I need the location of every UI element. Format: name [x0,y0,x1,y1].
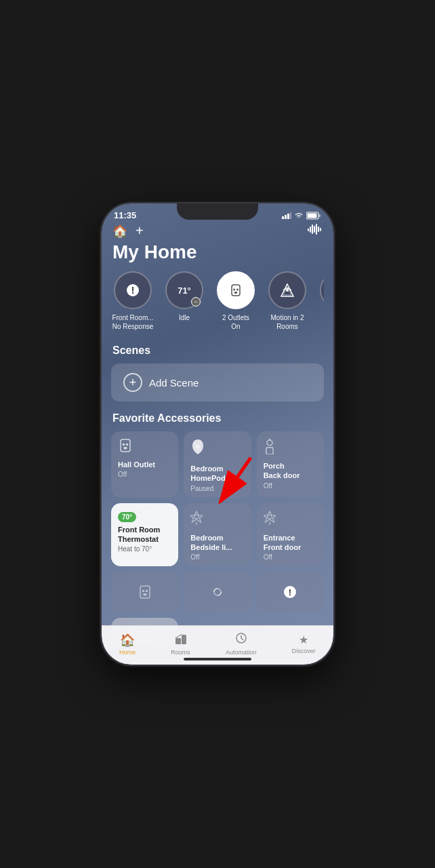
svg-rect-39 [143,593,146,596]
svg-rect-19 [234,292,237,294]
tile-hall-outlet[interactable]: Hall Outlet Off [111,431,178,498]
home-indicator [184,658,251,660]
tiles-grid: Hall Outlet Off Bedroom HomePod Paused [111,431,324,566]
tile-porch-backdoor[interactable]: PorchBack door Off [257,431,324,498]
svg-point-25 [123,443,125,446]
tile-partial-2[interactable] [184,572,251,612]
bedside-icon [190,510,244,530]
nav-discover-icon: ★ [299,633,308,646]
homepod-status: Paused [190,485,244,492]
svg-rect-16 [232,285,240,296]
svg-point-17 [233,289,235,291]
nav-rooms-label: Rooms [171,649,190,656]
porch-backdoor-name: PorchBack door [264,461,317,481]
svg-rect-27 [124,447,127,450]
nav-rooms-icon [175,633,187,648]
page-title: My Home [111,241,324,263]
svg-point-32 [194,515,199,519]
accessory-bubble-outlets[interactable]: 2 OutletsOn [214,271,257,331]
add-scene-label: Add Scene [149,377,199,389]
svg-rect-36 [140,586,150,598]
accessory-bubble-temp[interactable]: 71° − Idle [163,271,206,331]
hall-outlet-icon [118,438,171,457]
accessory-bubble-frontroom[interactable]: ! Front Room...No Response [111,271,154,331]
accessories-scroll: ! Front Room...No Response 71° − Idle [111,271,324,334]
nav-automation-label: Automation [226,649,257,656]
tile-bedside[interactable]: BedroomBedside li... Off [184,503,251,567]
bubble-label-frontroom: Front Room...No Response [112,313,153,331]
tile-bedroom-homepod[interactable]: Bedroom HomePod Paused [184,431,251,498]
svg-point-26 [126,443,129,446]
signal-icon [282,212,291,219]
hall-outlet-name: Hall Outlet [118,460,171,469]
battery-icon [306,212,321,220]
svg-point-22 [286,289,289,292]
header-row: 🏠 + [111,223,324,239]
bedside-name: BedroomBedside li... [190,533,244,553]
homepod-icon [190,438,244,461]
svg-rect-9 [312,224,313,234]
svg-text:!: ! [131,285,135,296]
phone-frame: 11:35 [102,203,333,665]
svg-rect-31 [266,448,273,454]
thermostat-temp-badge: 70° [118,512,136,522]
home-header-icon[interactable]: 🏠 [112,224,127,239]
scenes-title: Scenes [111,344,324,357]
bubble-label-temp: Idle [179,313,190,322]
header-left: 🏠 + [112,223,144,239]
svg-rect-13 [320,228,321,231]
nav-automation-icon [235,632,247,648]
svg-rect-1 [285,215,287,219]
tile-thermostat[interactable]: 70° Front Room Thermostat Heat to 70° [111,503,178,567]
homepod-name: Bedroom HomePod [190,464,244,484]
voice-button[interactable] [308,223,323,239]
svg-rect-8 [310,226,311,233]
status-icons [282,212,321,220]
bedside-status: Off [190,553,244,561]
svg-rect-7 [308,229,309,231]
entrance-status: Off [264,553,317,561]
wifi-icon [294,212,304,219]
svg-rect-12 [318,226,319,232]
tile-entrance[interactable]: EntranceFront door Off [257,503,324,567]
svg-rect-49 [175,638,181,644]
svg-rect-24 [121,439,130,452]
bubble-label-outlets: 2 OutletsOn [222,313,249,331]
nav-automation[interactable]: Automation [226,632,257,656]
favorites-title: Favorite Accessories [111,412,324,425]
accessory-bubble-motion[interactable]: Motion in 2Rooms [266,271,309,331]
nav-home-label: Home [119,649,136,656]
tile-partial-3[interactable]: ! [257,572,324,612]
nav-rooms[interactable]: Rooms [171,633,190,656]
svg-rect-6 [308,213,317,218]
nav-discover-label: Discover [292,648,316,654]
accessory-bubble-occupancy[interactable]: Front ROccup [317,271,324,331]
tile-partial-1[interactable] [111,572,178,612]
svg-rect-3 [290,212,291,219]
svg-rect-50 [182,635,186,644]
svg-point-18 [236,289,239,291]
thermostat-status: Heat to 70° [118,545,171,553]
svg-rect-2 [287,214,289,219]
svg-point-34 [268,515,272,519]
entrance-name: EntranceFront door [264,533,317,553]
add-scene-button[interactable]: + Add Scene [111,363,324,401]
svg-rect-10 [314,226,315,233]
svg-text:!: ! [289,587,291,597]
svg-point-37 [142,590,144,593]
nav-discover[interactable]: ★ Discover [292,633,316,654]
content-area: 🏠 + My Home [102,223,333,645]
status-time: 11:35 [114,210,136,220]
svg-rect-0 [282,216,284,219]
nav-home[interactable]: 🏠 Home [119,633,136,656]
hall-outlet-status: Off [118,471,171,478]
svg-rect-11 [316,224,317,235]
notch [177,203,258,220]
add-scene-icon: + [123,373,142,392]
thermostat-name: Front Room Thermostat [118,525,171,545]
add-button[interactable]: + [136,223,144,239]
phone-screen: 11:35 [102,203,333,665]
svg-point-28 [196,445,200,449]
svg-rect-5 [319,214,320,217]
svg-point-29 [267,440,272,446]
